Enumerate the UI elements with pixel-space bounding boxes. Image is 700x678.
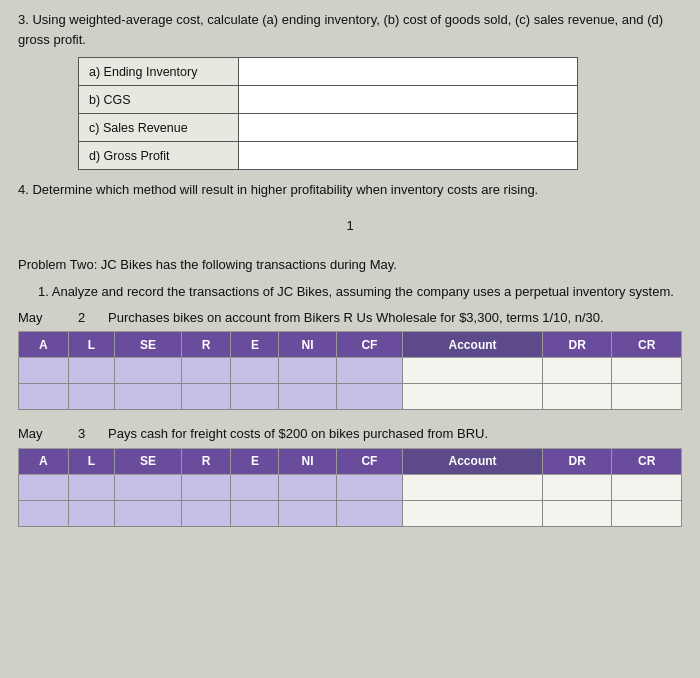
header-l: L <box>68 448 115 474</box>
sub-item-1-text: 1. Analyze and record the transactions o… <box>38 284 674 299</box>
cell-se[interactable] <box>115 474 181 500</box>
journal-row <box>19 384 682 410</box>
journal-row <box>19 358 682 384</box>
header-dr: DR <box>542 448 612 474</box>
may2-text: Purchases bikes on account from Bikers R… <box>108 310 604 325</box>
cell-r[interactable] <box>181 474 231 500</box>
cell-dr[interactable] <box>542 358 612 384</box>
cell-account[interactable] <box>403 358 543 384</box>
label-ending-inventory: a) Ending Inventory <box>79 58 239 86</box>
value-sales-revenue[interactable] <box>238 114 577 142</box>
label-sales-revenue: c) Sales Revenue <box>79 114 239 142</box>
journal-header-row: A L SE R E NI CF Account DR CR <box>19 332 682 358</box>
cell-e[interactable] <box>231 358 279 384</box>
cell-cr[interactable] <box>612 474 682 500</box>
header-e: E <box>231 448 279 474</box>
cell-r[interactable] <box>181 500 231 526</box>
cell-a[interactable] <box>19 474 69 500</box>
calc-table-container: a) Ending Inventory b) CGS c) Sales Reve… <box>78 57 682 170</box>
cell-cf[interactable] <box>336 474 402 500</box>
header-cf: CF <box>336 332 402 358</box>
cell-e[interactable] <box>231 500 279 526</box>
may2-day: 2 <box>78 308 108 328</box>
cell-r[interactable] <box>181 358 231 384</box>
cell-ni[interactable] <box>279 384 336 410</box>
cell-se[interactable] <box>115 358 181 384</box>
cell-dr[interactable] <box>542 500 612 526</box>
table-row: b) CGS <box>79 86 578 114</box>
cell-se[interactable] <box>115 500 181 526</box>
cell-l[interactable] <box>68 474 115 500</box>
cell-ni[interactable] <box>279 500 336 526</box>
header-l: L <box>68 332 115 358</box>
header-se: SE <box>115 332 181 358</box>
header-dr: DR <box>542 332 612 358</box>
label-cgs: b) CGS <box>79 86 239 114</box>
calc-table: a) Ending Inventory b) CGS c) Sales Reve… <box>78 57 578 170</box>
may3-entry-label: May3Pays cash for freight costs of $200 … <box>18 424 682 444</box>
cell-cr[interactable] <box>612 500 682 526</box>
header-a: A <box>19 448 69 474</box>
cell-cr[interactable] <box>612 358 682 384</box>
cell-r[interactable] <box>181 384 231 410</box>
cell-dr[interactable] <box>542 384 612 410</box>
header-ni: NI <box>279 448 336 474</box>
problem-two-intro: Problem Two: JC Bikes has the following … <box>18 255 682 275</box>
cell-l[interactable] <box>68 358 115 384</box>
cell-ni[interactable] <box>279 358 336 384</box>
cell-e[interactable] <box>231 474 279 500</box>
journal-header-row: A L SE R E NI CF Account DR CR <box>19 448 682 474</box>
page-number: 1 <box>18 218 682 233</box>
table-row: a) Ending Inventory <box>79 58 578 86</box>
sub-item-1: 1. Analyze and record the transactions o… <box>38 282 682 302</box>
may2-entry-label: May2Purchases bikes on account from Bike… <box>18 308 682 328</box>
cell-cf[interactable] <box>336 384 402 410</box>
question-3: 3. Using weighted-average cost, calculat… <box>18 10 682 170</box>
value-cgs[interactable] <box>238 86 577 114</box>
header-se: SE <box>115 448 181 474</box>
cell-se[interactable] <box>115 384 181 410</box>
cell-account[interactable] <box>403 500 543 526</box>
header-r: R <box>181 332 231 358</box>
header-e: E <box>231 332 279 358</box>
header-r: R <box>181 448 231 474</box>
question-3-text: 3. Using weighted-average cost, calculat… <box>18 10 682 49</box>
may3-month: May <box>18 424 78 444</box>
header-ni: NI <box>279 332 336 358</box>
cell-ni[interactable] <box>279 474 336 500</box>
cell-cr[interactable] <box>612 384 682 410</box>
cell-l[interactable] <box>68 384 115 410</box>
journal-table-may3: A L SE R E NI CF Account DR CR <box>18 448 682 527</box>
may3-day: 3 <box>78 424 108 444</box>
table-row: c) Sales Revenue <box>79 114 578 142</box>
problem-two-intro-text: Problem Two: JC Bikes has the following … <box>18 255 682 275</box>
journal-row <box>19 474 682 500</box>
cell-a[interactable] <box>19 358 69 384</box>
journal-row <box>19 500 682 526</box>
may3-text: Pays cash for freight costs of $200 on b… <box>108 426 488 441</box>
cell-a[interactable] <box>19 384 69 410</box>
header-cf: CF <box>336 448 402 474</box>
cell-cf[interactable] <box>336 500 402 526</box>
cell-a[interactable] <box>19 500 69 526</box>
question-4-text: 4. Determine which method will result in… <box>18 180 682 200</box>
header-account: Account <box>403 332 543 358</box>
cell-account[interactable] <box>403 384 543 410</box>
table-row: d) Gross Profit <box>79 142 578 170</box>
may2-month: May <box>18 308 78 328</box>
question-4: 4. Determine which method will result in… <box>18 180 682 200</box>
cell-e[interactable] <box>231 384 279 410</box>
value-gross-profit[interactable] <box>238 142 577 170</box>
header-cr: CR <box>612 332 682 358</box>
cell-dr[interactable] <box>542 474 612 500</box>
label-gross-profit: d) Gross Profit <box>79 142 239 170</box>
header-a: A <box>19 332 69 358</box>
value-ending-inventory[interactable] <box>238 58 577 86</box>
header-account: Account <box>403 448 543 474</box>
header-cr: CR <box>612 448 682 474</box>
journal-table-may2: A L SE R E NI CF Account DR CR <box>18 331 682 410</box>
cell-l[interactable] <box>68 500 115 526</box>
cell-account[interactable] <box>403 474 543 500</box>
cell-cf[interactable] <box>336 358 402 384</box>
